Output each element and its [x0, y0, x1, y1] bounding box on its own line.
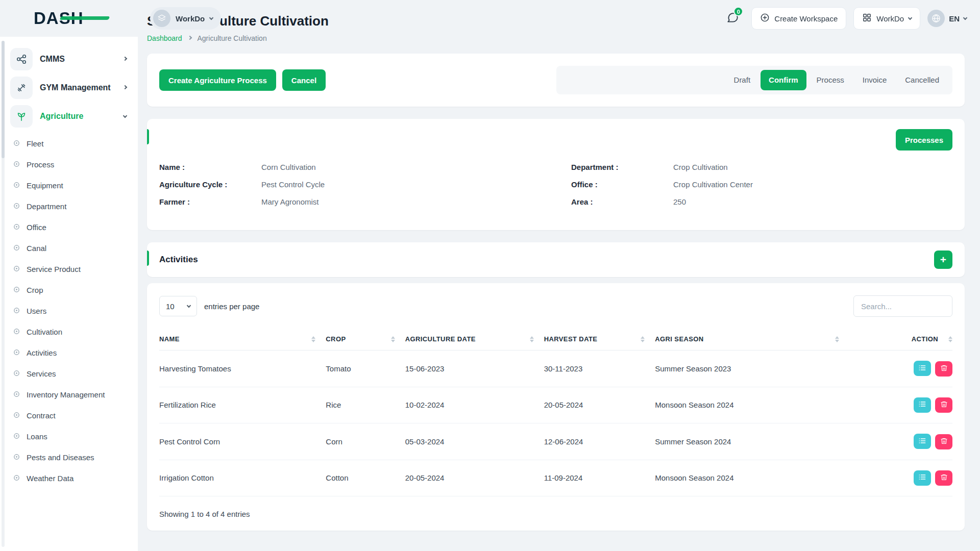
chevron-down-icon [209, 15, 213, 19]
sidebar-subitem-label: Inventory Management [27, 390, 105, 399]
field-value: 250 [673, 197, 686, 206]
sidebar-subitem-label: Fleet [27, 139, 43, 148]
create-agriculture-process-button[interactable]: Create Agriculture Process [159, 69, 276, 91]
bullet-icon [13, 369, 20, 378]
search-input[interactable] [853, 295, 952, 317]
cell-action [849, 460, 952, 496]
chevron-down-icon [187, 303, 191, 307]
sidebar-item-equipment[interactable]: Equipment [0, 175, 138, 196]
sidebar-item-users[interactable]: Users [0, 300, 138, 321]
detail-field-area: Area :250 [571, 197, 952, 206]
cancel-button[interactable]: Cancel [282, 69, 326, 91]
status-tab-process[interactable]: Process [808, 70, 852, 90]
cell-harvest-date: 30-11-2023 [544, 350, 655, 387]
sidebar-subitem-label: Crop [27, 286, 43, 294]
bullet-icon [13, 307, 20, 315]
sidebar-item-canal[interactable]: Canal [0, 238, 138, 259]
sidebar-main-menu: CMMSGYM ManagementAgriculture [0, 45, 138, 131]
plant-icon [10, 105, 33, 128]
delete-activity-button[interactable] [935, 434, 952, 449]
entries-summary: Showing 1 to 4 of 4 entries [159, 510, 952, 518]
sort-icon [391, 336, 395, 342]
cell-agri-season: Summer Season 2023 [655, 350, 849, 387]
sidebar-item-contract[interactable]: Contract [0, 405, 138, 426]
delete-activity-button[interactable] [935, 361, 952, 377]
sidebar-item-gym-management[interactable]: GYM Management [0, 73, 138, 102]
column-header-label: NAME [159, 335, 180, 343]
column-header-harvest-date[interactable]: HARVEST DATE [544, 328, 655, 350]
sidebar-item-department[interactable]: Department [0, 196, 138, 217]
status-tab-cancelled[interactable]: Cancelled [897, 70, 947, 90]
workspace-switcher-button[interactable]: WorkDo [853, 7, 920, 30]
sidebar-item-crop[interactable]: Crop [0, 280, 138, 300]
sidebar-item-activities[interactable]: Activities [0, 342, 138, 363]
sidebar-item-pests-and-diseases[interactable]: Pests and Diseases [0, 447, 138, 468]
nodes-icon [10, 48, 33, 70]
list-icon [918, 473, 926, 483]
detail-field-agriculture-cycle: Agriculture Cycle :Pest Control Cycle [159, 180, 541, 189]
field-value: Crop Cultivation Center [673, 180, 753, 189]
column-header-agri-season[interactable]: AGRI SEASON [655, 328, 849, 350]
sidebar-subitem-label: Canal [27, 244, 46, 253]
messages-button[interactable]: 0 [721, 7, 744, 30]
chevron-down-icon [908, 15, 912, 19]
sidebar-item-service-product[interactable]: Service Product [0, 259, 138, 280]
actions-card: Create Agriculture Process Cancel DraftC… [147, 54, 965, 107]
list-icon [918, 437, 926, 446]
sidebar-item-inventory-management[interactable]: Inventory Management [0, 384, 138, 405]
sidebar-item-cultivation[interactable]: Cultivation [0, 321, 138, 342]
sidebar-item-office[interactable]: Office [0, 217, 138, 238]
sort-icon [948, 336, 952, 342]
sidebar-scrollbar-thumb[interactable] [2, 41, 5, 158]
sidebar-item-process[interactable]: Process [0, 154, 138, 175]
sidebar-item-agriculture[interactable]: Agriculture [0, 102, 138, 131]
logo-dash-accent [59, 16, 110, 20]
sidebar-item-loans[interactable]: Loans [0, 426, 138, 447]
app-logo[interactable]: DASH [34, 9, 110, 28]
delete-activity-button[interactable] [935, 470, 952, 486]
globe-icon [927, 10, 945, 27]
language-selector[interactable]: EN [927, 10, 967, 27]
column-header-action[interactable]: ACTION [849, 328, 952, 350]
column-header-crop[interactable]: CROP [326, 328, 405, 350]
sidebar-scrollbar[interactable] [2, 41, 5, 547]
chevron-down-icon [963, 15, 967, 19]
status-tab-invoice[interactable]: Invoice [854, 70, 895, 90]
cell-agri-season: Summer Season 2024 [655, 423, 849, 460]
view-activity-button[interactable] [914, 470, 931, 486]
sidebar-subitem-label: Department [27, 202, 66, 211]
sidebar-item-cmms[interactable]: CMMS [0, 45, 138, 73]
sidebar-item-weather-data[interactable]: Weather Data [0, 468, 138, 489]
status-tab-draft[interactable]: Draft [726, 70, 759, 90]
sort-icon [311, 336, 315, 342]
cell-agriculture-date: 10-02-2024 [405, 387, 544, 423]
cell-crop: Rice [326, 387, 405, 423]
card-accent-bar [147, 129, 149, 144]
sidebar-item-fleet[interactable]: Fleet [0, 133, 138, 154]
cell-agri-season: Monsoon Season 2024 [655, 460, 849, 496]
column-header-name[interactable]: NAME [159, 328, 326, 350]
sidebar-subitem-label: Service Product [27, 265, 81, 273]
processes-button[interactable]: Processes [896, 129, 952, 151]
delete-activity-button[interactable] [935, 397, 952, 413]
sidebar-subitem-label: Loans [27, 432, 47, 441]
create-workspace-label: Create Workspace [774, 14, 838, 23]
table-row: Pest Control CornCorn05-03-202412-06-202… [159, 423, 952, 460]
grid-icon [862, 13, 872, 24]
card-accent-bar [147, 251, 149, 266]
view-activity-button[interactable] [914, 434, 931, 449]
sidebar-subitem-label: Contract [27, 411, 56, 420]
status-tab-confirm[interactable]: Confirm [761, 70, 806, 90]
sidebar-item-services[interactable]: Services [0, 363, 138, 384]
sidebar-agriculture-submenu: FleetProcessEquipmentDepartmentOfficeCan… [0, 131, 138, 489]
view-activity-button[interactable] [914, 361, 931, 376]
sidebar-subitem-label: Users [27, 307, 46, 315]
add-activity-button[interactable]: + [934, 251, 952, 269]
entries-per-page-select[interactable]: 10 [159, 296, 197, 316]
column-header-label: AGRICULTURE DATE [405, 335, 476, 343]
workspace-selector[interactable]: WorkDo [150, 7, 221, 30]
column-header-agriculture-date[interactable]: AGRICULTURE DATE [405, 328, 544, 350]
view-activity-button[interactable] [914, 397, 931, 413]
status-filter: DraftConfirmProcessInvoiceCancelled [556, 66, 952, 94]
create-workspace-button[interactable]: Create Workspace [751, 7, 846, 30]
